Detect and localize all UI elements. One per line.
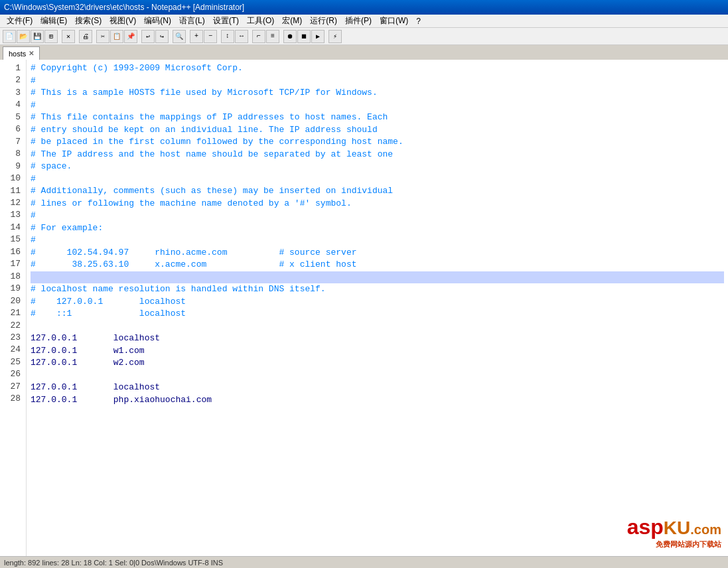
- line-number: 5: [3, 111, 21, 123]
- code-line: 127.0.0.1 localhost: [31, 382, 724, 394]
- line-number: 26: [3, 368, 21, 380]
- code-line: #: [31, 234, 724, 247]
- run-button[interactable]: ⚡: [328, 30, 342, 43]
- line-number: 9: [3, 161, 21, 173]
- code-line: 127.0.0.1 php.xiaohuochai.com: [31, 394, 724, 407]
- code-line: 127.0.0.1 localhost: [31, 332, 724, 345]
- menu-language[interactable]: 语言(L): [175, 15, 209, 27]
- code-line: # ::1 localhost: [31, 308, 724, 320]
- code-line: #: [31, 75, 724, 88]
- new-button[interactable]: 📄: [3, 30, 16, 43]
- code-line: 127.0.0.1 w2.com: [31, 357, 724, 370]
- line-number: 12: [3, 197, 21, 209]
- sync-scroll-v-button[interactable]: ↕: [221, 30, 234, 43]
- code-line: # 102.54.94.97 rhino.acme.com # source s…: [31, 247, 724, 259]
- watermark-sub: 免费网站源内下载站: [627, 539, 721, 549]
- code-line: # For example:: [31, 222, 724, 235]
- line-number: 27: [3, 381, 21, 393]
- line-number: 10: [3, 173, 21, 184]
- line-number: 2: [3, 74, 21, 86]
- tab-close-icon[interactable]: ✕: [29, 50, 34, 57]
- macro-play-button[interactable]: ▶: [311, 30, 325, 43]
- code-line: # This is a sample HOSTS file used by Mi…: [31, 87, 724, 100]
- sync-scroll-h-button[interactable]: ↔: [235, 30, 248, 43]
- line-number: 24: [3, 344, 21, 356]
- save-button[interactable]: 💾: [31, 30, 44, 43]
- watermark-asp: asp: [627, 515, 664, 539]
- wrap-button[interactable]: ⌐: [252, 30, 265, 43]
- open-button[interactable]: 📂: [17, 30, 30, 43]
- editor-container: 1234567891011121314151617181920212223242…: [0, 60, 728, 556]
- save-all-button[interactable]: ⊞: [44, 30, 58, 43]
- menu-help[interactable]: ?: [412, 16, 425, 27]
- tab-label: hosts: [9, 50, 26, 58]
- code-line: #: [31, 210, 724, 222]
- title-bar: C:\Windows\System32\drivers\etc\hosts - …: [0, 0, 728, 15]
- undo-button[interactable]: ↩: [141, 30, 155, 43]
- menu-settings[interactable]: 设置(T): [209, 15, 243, 27]
- code-line: #: [31, 173, 724, 186]
- line-number: 21: [3, 307, 21, 319]
- zoom-out-button[interactable]: −: [204, 30, 217, 43]
- line-number: 28: [3, 393, 21, 405]
- redo-button[interactable]: ↪: [155, 30, 169, 43]
- menu-bar: 文件(F) 编辑(E) 搜索(S) 视图(V) 编码(N) 语言(L) 设置(T…: [0, 15, 728, 28]
- code-line: # entry should be kept on an individual …: [31, 124, 724, 137]
- menu-macro[interactable]: 宏(M): [278, 15, 306, 27]
- editor-content[interactable]: # Copyright (c) 1993-2009 Microsoft Corp…: [27, 60, 728, 556]
- code-line: [31, 271, 724, 284]
- copy-button[interactable]: 📋: [110, 30, 123, 43]
- code-line: [31, 320, 724, 333]
- menu-encoding[interactable]: 编码(N): [140, 15, 175, 27]
- line-number: 6: [3, 123, 21, 135]
- code-line: # Copyright (c) 1993-2009 Microsoft Corp…: [31, 62, 724, 75]
- tab-bar: hosts ✕: [0, 45, 728, 60]
- line-number: 4: [3, 99, 21, 111]
- zoom-in-button[interactable]: +: [190, 30, 203, 43]
- menu-view[interactable]: 视图(V): [106, 15, 140, 27]
- menu-search[interactable]: 搜索(S): [71, 15, 106, 27]
- toolbar: 📄 📂 💾 ⊞ ✕ 🖨 ✂ 📋 📌 ↩ ↪ 🔍 + − ↕ ↔ ⌐ ≡ ⏺ ⏹ …: [0, 28, 728, 45]
- code-line: # be placed in the first column followed…: [31, 136, 724, 149]
- code-line: # lines or following the machine name de…: [31, 198, 724, 210]
- line-number: 20: [3, 295, 21, 307]
- print-button[interactable]: 🖨: [79, 30, 92, 43]
- watermark: aspKU.com 免费网站源内下载站: [627, 515, 721, 549]
- code-line: # 127.0.0.1 localhost: [31, 296, 724, 309]
- line-numbers: 1234567891011121314151617181920212223242…: [0, 60, 27, 556]
- menu-file[interactable]: 文件(F): [3, 15, 36, 27]
- code-line: # localhost name resolution is handled w…: [31, 283, 724, 296]
- window-title: C:\Windows\System32\drivers\etc\hosts - …: [4, 3, 244, 12]
- code-line: 127.0.0.1 w1.com: [31, 345, 724, 358]
- line-number: 1: [3, 62, 21, 74]
- line-number: 8: [3, 148, 21, 160]
- code-line: # 38.25.63.10 x.acme.com # x client host: [31, 259, 724, 271]
- code-line: #: [31, 100, 724, 112]
- indent-button[interactable]: ≡: [266, 30, 279, 43]
- code-line: # This file contains the mappings of IP …: [31, 111, 724, 124]
- macro-rec-button[interactable]: ⏺: [283, 30, 297, 43]
- code-line: [31, 370, 724, 382]
- line-number: 16: [3, 246, 21, 258]
- macro-stop-button[interactable]: ⏹: [297, 30, 311, 43]
- line-number: 7: [3, 136, 21, 148]
- line-number: 11: [3, 185, 21, 197]
- status-text: length: 892 lines: 28 Ln: 18 Col: 1 Sel:…: [4, 559, 223, 567]
- watermark-ku: KU: [664, 518, 690, 538]
- line-number: 19: [3, 283, 21, 295]
- status-bar: length: 892 lines: 28 Ln: 18 Col: 1 Sel:…: [0, 556, 728, 568]
- line-number: 14: [3, 222, 21, 234]
- paste-button[interactable]: 📌: [124, 30, 137, 43]
- tab-hosts[interactable]: hosts ✕: [3, 46, 40, 60]
- cut-button[interactable]: ✂: [96, 30, 109, 43]
- find-button[interactable]: 🔍: [173, 30, 186, 43]
- code-line: # The IP address and the host name shoul…: [31, 149, 724, 161]
- line-number: 25: [3, 356, 21, 368]
- line-number: 13: [3, 209, 21, 221]
- menu-plugins[interactable]: 插件(P): [341, 15, 376, 27]
- menu-tools[interactable]: 工具(O): [243, 15, 278, 27]
- menu-window[interactable]: 窗口(W): [376, 15, 412, 27]
- close-button[interactable]: ✕: [62, 30, 75, 43]
- menu-edit[interactable]: 编辑(E): [36, 15, 71, 27]
- menu-run[interactable]: 运行(R): [306, 15, 341, 27]
